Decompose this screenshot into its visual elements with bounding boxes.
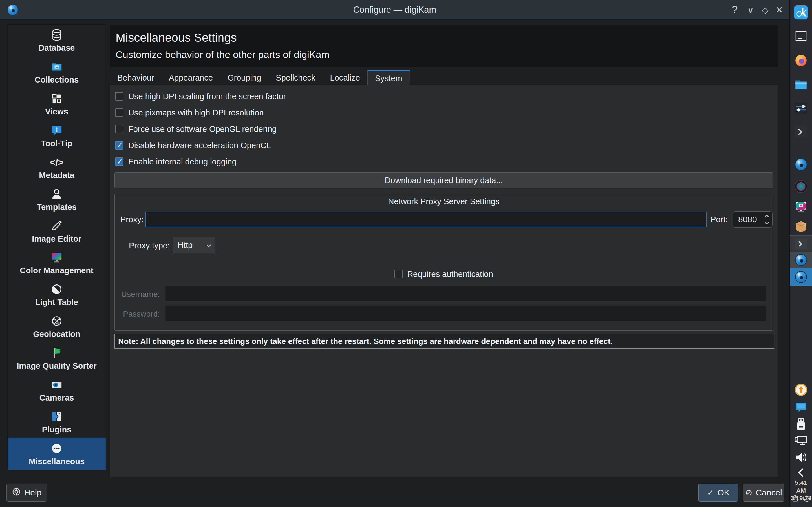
sidebar-item-label: Plugins	[42, 426, 71, 434]
sidebar-item-color-management[interactable]: Color Management	[8, 247, 106, 279]
password-label: Password:	[117, 309, 160, 319]
port-value: 8080	[738, 215, 757, 224]
checkbox[interactable]	[115, 125, 123, 133]
volume-icon[interactable]	[793, 450, 809, 465]
session-controls	[790, 495, 812, 504]
file-manager-icon[interactable]	[793, 76, 809, 93]
titlebar: Configure — digiKam ? ∨ ◇ ×	[0, 0, 790, 20]
window-help-icon[interactable]: ?	[727, 0, 742, 20]
sidebar-item-image-editor[interactable]: Image Editor	[8, 215, 106, 247]
sidebar-item-collections[interactable]: Collections	[8, 56, 106, 88]
ok-button[interactable]: ✓ OK	[698, 484, 738, 502]
download-binary-data-button[interactable]: Download required binary data...	[114, 172, 773, 188]
sidebar-item-plugins[interactable]: Plugins	[8, 406, 106, 438]
miscellaneous-dots-icon	[50, 442, 63, 455]
sidebar-item-database[interactable]: Database	[8, 24, 106, 56]
package-box-icon[interactable]	[793, 219, 809, 234]
help-button[interactable]: Help	[6, 484, 47, 502]
sidebar-item-views[interactable]: Views	[8, 88, 106, 120]
window-maximize-icon[interactable]: ◇	[758, 0, 772, 20]
color-management-monitor-icon	[50, 251, 63, 264]
tab-appearance[interactable]: Appearance	[161, 70, 220, 85]
update-notifier-icon[interactable]	[793, 382, 809, 398]
restart-note: Note: All changes to these settings only…	[114, 334, 774, 349]
network-display-icon[interactable]	[793, 433, 809, 448]
sidebar-item-label: Views	[45, 108, 68, 116]
checkbox-row-high-dpi-scaling[interactable]: Use high DPI scaling from the screen fac…	[115, 91, 286, 101]
tab-spellcheck[interactable]: Spellcheck	[268, 70, 322, 85]
settings-tabbar: Behaviour Appearance Grouping Spellcheck…	[110, 70, 777, 86]
checkbox-label: Disable hardware acceleration OpenCL	[128, 141, 271, 150]
sidebar-item-tooltip[interactable]: Tool-Tip	[8, 120, 106, 152]
sidebar-item-label: Miscellaneous	[29, 457, 85, 466]
window-shade-icon[interactable]: ∨	[743, 0, 758, 20]
desktop: { "titlebar": { "title": "Configure — di…	[0, 0, 812, 507]
network-proxy-group: Network Proxy Server Settings Proxy: Por…	[114, 194, 773, 331]
help-icon	[12, 487, 21, 498]
checkbox[interactable]	[115, 108, 123, 117]
sidebar-item-templates[interactable]: Templates	[8, 183, 106, 215]
terminal-icon[interactable]	[793, 124, 809, 140]
username-input	[165, 286, 766, 301]
tooltip-bubble-icon	[50, 124, 63, 137]
tab-grouping[interactable]: Grouping	[220, 70, 268, 85]
terminal-active-tile[interactable]	[790, 235, 812, 252]
proxy-type-label: Proxy type:	[129, 241, 170, 250]
sidebar-item-label: Cameras	[40, 394, 74, 402]
system-tab-panel: Use high DPI scaling from the screen fac…	[110, 85, 777, 476]
spin-up-icon[interactable]	[765, 214, 769, 219]
panel-collapse-chevron-icon[interactable]	[793, 465, 809, 481]
firefox-icon[interactable]	[793, 52, 809, 68]
sidebar-item-geolocation[interactable]: Geolocation	[8, 311, 106, 342]
power-icon[interactable]	[803, 495, 811, 504]
cancel-button[interactable]: ⊘ Cancel	[743, 484, 784, 502]
help-button-label: Help	[24, 488, 42, 497]
digikam-running-tile[interactable]	[790, 252, 812, 268]
spinner-arrows[interactable]	[765, 215, 768, 224]
checkbox-label: Use pixmaps with high DPI resolution	[128, 108, 264, 117]
sidebar-item-label: Collections	[35, 76, 79, 84]
checkbox[interactable]	[115, 158, 123, 166]
checkbox-row-debug-logging[interactable]: Enable internal debug logging	[115, 157, 237, 167]
checkbox-row-disable-opencl[interactable]: Disable hardware acceleration OpenCL	[115, 140, 271, 151]
proxy-group-title: Network Proxy Server Settings	[115, 197, 773, 206]
requires-auth-checkbox[interactable]	[395, 270, 403, 278]
page-title: Miscellaneous Settings	[116, 31, 777, 45]
tab-localize[interactable]: Localize	[323, 70, 367, 85]
camera-lens-icon[interactable]	[793, 179, 809, 194]
checkbox-label: Enable internal debug logging	[128, 157, 237, 166]
templates-user-icon	[50, 187, 63, 201]
clock-time: 5:41 AM	[790, 479, 812, 494]
window-close-icon[interactable]: ×	[772, 0, 786, 20]
tab-system[interactable]: System	[367, 70, 410, 86]
checkbox[interactable]	[115, 141, 123, 150]
chat-icon[interactable]	[793, 399, 809, 415]
kde-logo-icon[interactable]	[793, 4, 809, 20]
tab-behaviour[interactable]: Behaviour	[110, 70, 161, 85]
sidebar-item-miscellaneous[interactable]: Miscellaneous	[8, 438, 106, 469]
port-spinbox[interactable]: 8080	[733, 211, 772, 228]
plugins-icon	[50, 410, 63, 423]
sidebar-item-light-table[interactable]: Light Table	[8, 279, 106, 311]
sidebar-item-label: Light Table	[35, 298, 79, 306]
proxy-host-input[interactable]	[145, 212, 707, 227]
digikam-active-tile[interactable]	[790, 268, 812, 286]
proxy-type-select[interactable]: Http	[173, 237, 215, 253]
spin-down-icon[interactable]	[765, 220, 769, 224]
settings-sliders-icon[interactable]	[793, 100, 809, 116]
lock-icon[interactable]	[791, 495, 799, 504]
requires-auth-row[interactable]: Requires authentication	[115, 269, 773, 279]
digikam-monitor-icon[interactable]	[793, 200, 809, 215]
checkbox-label: Use high DPI scaling from the screen fac…	[128, 92, 286, 101]
checkbox-row-software-opengl[interactable]: Force use of software OpenGL rendering	[115, 124, 276, 134]
window-outline-icon[interactable]	[793, 28, 809, 44]
checkbox-row-high-dpi-pixmaps[interactable]: Use pixmaps with high DPI resolution	[115, 108, 264, 118]
sidebar-item-cameras[interactable]: Cameras	[8, 374, 106, 406]
page-header: Miscellaneous Settings Customize behavio…	[110, 25, 777, 67]
usb-device-icon[interactable]	[793, 416, 809, 432]
sidebar-item-metadata[interactable]: </> Metadata	[8, 152, 106, 183]
digikam-eye-icon[interactable]	[793, 157, 809, 172]
cancel-icon: ⊘	[745, 489, 752, 497]
sidebar-item-image-quality-sorter[interactable]: Image Quality Sorter	[8, 342, 106, 374]
checkbox[interactable]	[115, 92, 123, 101]
